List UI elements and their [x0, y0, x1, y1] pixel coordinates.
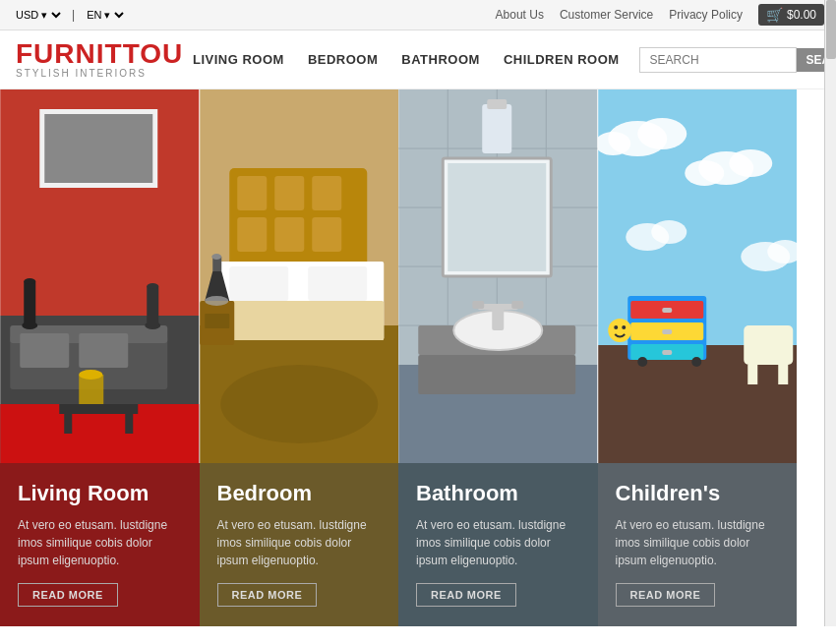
- svg-rect-33: [214, 301, 384, 340]
- currency-select[interactable]: USD ▾: [12, 8, 64, 22]
- bathroom-title: Bathroom: [416, 481, 580, 506]
- svg-point-16: [79, 370, 102, 380]
- svg-rect-78: [662, 350, 672, 355]
- nav-bathroom[interactable]: BATHROOM: [401, 52, 480, 67]
- svg-rect-82: [747, 365, 757, 384]
- cart-icon: 🛒: [766, 7, 783, 23]
- svg-rect-27: [237, 217, 267, 252]
- room-grid: Living Room At vero eo etusam. lustdigne…: [0, 89, 797, 626]
- svg-point-14: [147, 283, 158, 289]
- privacy-policy-link[interactable]: Privacy Policy: [669, 8, 743, 22]
- living-room-read-more[interactable]: READ MORE: [18, 583, 118, 607]
- header: FURNITTOU STYLISH INTERIORS LIVING ROOM …: [0, 30, 836, 89]
- svg-rect-10: [24, 281, 35, 325]
- svg-point-22: [220, 365, 378, 443]
- search-bar: SEARCH: [639, 47, 836, 73]
- room-bedroom: Bedroom At vero eo etusam. lustdigne imo…: [200, 89, 399, 626]
- bedroom-read-more[interactable]: READ MORE: [217, 583, 318, 607]
- svg-rect-17: [59, 404, 138, 414]
- bedroom-title: Bedroom: [217, 481, 382, 506]
- svg-rect-52: [448, 163, 546, 271]
- childrens-title: Children's: [616, 481, 780, 506]
- language-select[interactable]: EN ▾: [83, 8, 127, 22]
- cart-button[interactable]: 🛒 $0.00: [758, 4, 824, 26]
- svg-rect-50: [487, 99, 507, 109]
- svg-point-85: [614, 325, 618, 329]
- svg-rect-24: [237, 176, 267, 210]
- svg-point-62: [637, 118, 687, 149]
- bedroom-desc: At vero eo etusam. lustdigne imos simili…: [217, 516, 382, 569]
- living-room-desc: At vero eo etusam. lustdigne imos simili…: [18, 516, 182, 569]
- about-us-link[interactable]: About Us: [496, 8, 544, 22]
- top-bar: USD ▾ | EN ▾ About Us Customer Service P…: [0, 0, 836, 30]
- svg-rect-4: [44, 114, 152, 183]
- scrollbar-thumb[interactable]: [826, 0, 836, 59]
- svg-rect-49: [482, 104, 511, 153]
- logo-title: FURNITTOU: [16, 40, 173, 68]
- svg-point-66: [685, 160, 724, 186]
- bathroom-desc: At vero eo etusam. lustdigne imos simili…: [416, 516, 580, 569]
- svg-rect-7: [20, 333, 69, 368]
- svg-rect-29: [312, 217, 341, 252]
- svg-point-86: [622, 325, 626, 329]
- search-input[interactable]: [639, 47, 797, 73]
- top-bar-left: USD ▾ | EN ▾: [12, 8, 127, 22]
- svg-rect-54: [418, 355, 575, 394]
- customer-service-link[interactable]: Customer Service: [560, 8, 653, 22]
- svg-rect-31: [229, 266, 288, 301]
- svg-rect-15: [79, 375, 103, 409]
- svg-point-68: [651, 220, 687, 244]
- bathroom-image: [398, 89, 598, 463]
- living-room-caption: Living Room At vero eo etusam. lustdigne…: [0, 463, 200, 626]
- logo-subtitle: STYLISH INTERIORS: [16, 68, 173, 79]
- svg-point-84: [608, 319, 631, 342]
- nav-children-room[interactable]: CHILDREN ROOM: [504, 52, 620, 67]
- living-room-title: Living Room: [18, 481, 182, 506]
- living-room-image: [0, 89, 200, 463]
- svg-rect-32: [308, 266, 367, 301]
- bedroom-caption: Bedroom At vero eo etusam. lustdigne imo…: [200, 463, 399, 626]
- logo: FURNITTOU STYLISH INTERIORS: [16, 40, 173, 79]
- svg-rect-74: [662, 308, 672, 313]
- svg-rect-28: [274, 217, 304, 252]
- bathroom-read-more[interactable]: READ MORE: [416, 583, 516, 607]
- room-living-room: Living Room At vero eo etusam. lustdigne…: [0, 89, 200, 626]
- childrens-image: [598, 89, 798, 463]
- svg-rect-26: [312, 176, 341, 210]
- cart-price: $0.00: [787, 8, 816, 22]
- svg-rect-81: [744, 325, 793, 365]
- svg-rect-35: [205, 314, 229, 328]
- scrollbar-track: [824, 0, 836, 626]
- svg-point-38: [211, 254, 221, 260]
- nav-bedroom[interactable]: BEDROOM: [308, 52, 378, 67]
- childrens-desc: At vero eo etusam. lustdigne imos simili…: [616, 516, 780, 569]
- main-nav: LIVING ROOM BEDROOM BATHROOM CHILDREN RO…: [193, 52, 620, 67]
- nav-living-room[interactable]: LIVING ROOM: [193, 52, 284, 67]
- svg-point-11: [24, 278, 35, 284]
- svg-rect-58: [472, 301, 484, 309]
- svg-rect-59: [511, 301, 523, 309]
- svg-rect-25: [274, 176, 304, 210]
- svg-rect-76: [662, 329, 672, 334]
- svg-point-79: [637, 357, 647, 367]
- bedroom-image: [200, 89, 399, 463]
- svg-rect-19: [125, 414, 133, 434]
- divider: |: [72, 8, 75, 22]
- svg-point-65: [729, 149, 772, 177]
- room-childrens: Children's At vero eo etusam. lustdigne …: [598, 89, 798, 626]
- svg-rect-18: [64, 414, 72, 434]
- svg-rect-13: [147, 286, 158, 325]
- childrens-caption: Children's At vero eo etusam. lustdigne …: [598, 463, 798, 626]
- childrens-read-more[interactable]: READ MORE: [616, 583, 716, 607]
- svg-point-80: [691, 357, 701, 367]
- svg-rect-83: [778, 365, 788, 384]
- svg-rect-8: [79, 333, 128, 368]
- room-bathroom: Bathroom At vero eo etusam. lustdigne im…: [398, 89, 598, 626]
- svg-point-39: [205, 296, 228, 306]
- top-bar-right: About Us Customer Service Privacy Policy…: [496, 4, 824, 26]
- bathroom-caption: Bathroom At vero eo etusam. lustdigne im…: [398, 463, 598, 626]
